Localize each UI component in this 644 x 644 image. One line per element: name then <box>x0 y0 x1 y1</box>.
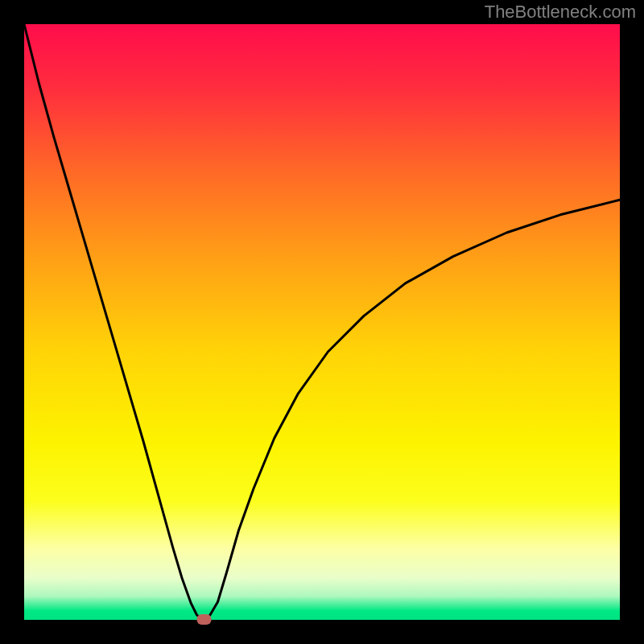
chart-container: TheBottleneck.com <box>0 0 644 644</box>
plot-background <box>24 24 620 620</box>
chart-svg <box>0 0 644 644</box>
watermark-text: TheBottleneck.com <box>485 2 636 23</box>
optimum-marker <box>197 614 212 625</box>
